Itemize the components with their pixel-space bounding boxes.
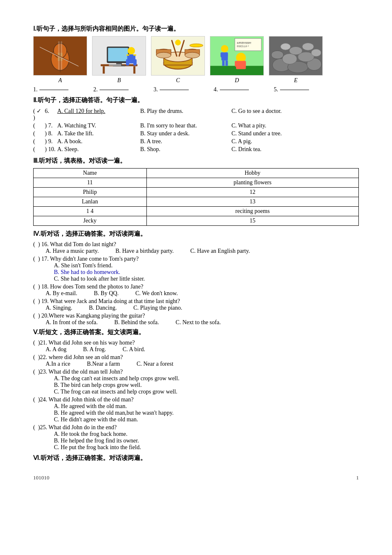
svg-point-63	[271, 51, 284, 59]
svg-point-65	[289, 46, 302, 55]
image-e: E	[269, 36, 323, 84]
q23-a: A. The dog can't eat insects and help cr…	[54, 375, 359, 382]
q25-b: B. He helped the frog find its owner.	[54, 438, 359, 444]
svg-rect-25	[133, 54, 136, 56]
image-c-label: C	[176, 77, 180, 84]
q19-b: B. Dancing.	[89, 305, 117, 311]
q17-options: A. She isn't Tom's friend. B. She had to…	[54, 262, 359, 282]
q20-line: ( ) 20.Where was Kangkang playing the gu…	[33, 313, 145, 319]
section-3: Ⅲ.听对话，填表格。对话读一遍。 Name Hobby 11 planting …	[33, 157, 359, 226]
section-2-title: Ⅱ.听句子，选择正确答语。句子读一遍。	[33, 96, 359, 104]
svg-rect-24	[127, 54, 129, 56]
hobby-14: reciting poems	[146, 207, 358, 216]
q23-options: A. The dog can't eat insects and help cr…	[54, 375, 359, 395]
svg-rect-56	[243, 61, 246, 67]
q24-c: C. He didn't agree with the old man.	[54, 416, 359, 423]
q20-c: C. Next to the sofa.	[175, 319, 221, 326]
q22-line: ( )22. where did John see an old man?	[33, 354, 123, 360]
q9-c: C. A pig.	[231, 138, 359, 145]
q19-options: A. Singing. B. Dancing. C. Playing the p…	[46, 305, 359, 311]
q21-c: C. A bird.	[122, 346, 145, 353]
hobby-jecky: 15	[146, 216, 358, 226]
q17-c: C. She had to look after her little sist…	[54, 276, 359, 282]
section-3-title: Ⅲ.听对话，填表格。对话读一遍。	[33, 157, 359, 165]
q10-a: A. Sleep.	[57, 146, 140, 153]
q9-b: B. A tree.	[140, 138, 231, 145]
images-row: A	[33, 36, 359, 84]
q25-a: A. He took the frog back home.	[54, 431, 359, 438]
q10-b: B. Shop.	[140, 146, 231, 153]
computer-image	[92, 36, 146, 76]
question-7: ( ) 7. A. Watching TV. B. I'm sorry to h…	[33, 122, 359, 129]
q20-options: A. In front of the sofa. B. Behind the s…	[46, 319, 359, 326]
violin-image	[33, 36, 87, 76]
people-image: 如果遇到危险时 应该怎么办？	[210, 36, 264, 76]
question-18: ( ) 18. How does Tom send the photos to …	[33, 284, 359, 297]
svg-rect-42	[235, 39, 261, 51]
q7-c: C. What a pity.	[231, 122, 359, 129]
q18-line: ( ) 18. How does Tom send the photos to …	[33, 284, 144, 290]
section-1-title: Ⅰ.听句子，选择与所听内容相同的图片。句子读一遍。	[33, 25, 359, 33]
q8-b: B. Stay under a desk.	[140, 130, 231, 137]
name-lanlan: Lanlan	[34, 197, 147, 207]
question-25: ( )25. What did John do in the end? A. H…	[33, 424, 359, 451]
rocks-image	[269, 36, 323, 76]
q25-c: C. He put the frog back into the field.	[54, 444, 359, 451]
q22-c: C. Near a forest	[136, 361, 173, 367]
svg-point-35	[185, 52, 200, 58]
blanks-row: 1. 2. 3. 4. 5.	[33, 86, 359, 93]
question-16: ( ) 16. What did Tom do last night? A. H…	[33, 241, 359, 254]
col-hobby: Hobby	[146, 169, 358, 178]
svg-rect-14	[133, 66, 135, 74]
q18-a: A. By e-mail.	[46, 290, 77, 297]
section-1: Ⅰ.听句子，选择与所听内容相同的图片。句子读一遍。	[33, 25, 359, 93]
name-11: 11	[34, 178, 147, 188]
question-17: ( ) 17. Why didn't Jane come to Tom's pa…	[33, 256, 359, 282]
q23-line: ( )23. What did the old man tell John?	[33, 369, 123, 375]
q6-c: C. Go to see a doctor.	[231, 108, 359, 115]
q18-options: A. By e-mail. B. By QQ. C. We don't know…	[46, 290, 359, 297]
q16-line: ( ) 16. What did Tom do last night?	[33, 241, 116, 247]
blank-1: 1.	[33, 86, 93, 93]
image-a: A	[33, 36, 87, 84]
drums-image	[151, 36, 205, 76]
q21-a: A. A dog	[46, 346, 66, 353]
q24-a: A. He agreed with the old man.	[54, 403, 359, 410]
blank-5: 5.	[274, 86, 334, 93]
section-6: Ⅵ.听对话，选择正确答案。对话读两遍。	[33, 454, 359, 462]
q16-options: A. Have a music party. B. Have a birthda…	[46, 248, 359, 254]
q10-num: ) 10.	[45, 146, 57, 153]
image-e-label: E	[294, 77, 298, 84]
hobby-lanlan: 13	[146, 197, 358, 207]
q10-c: C. Drink tea.	[231, 146, 359, 153]
svg-rect-13	[103, 66, 105, 74]
q6-paren: ( ✓ )	[33, 108, 45, 121]
svg-point-67	[302, 43, 314, 50]
svg-point-66	[281, 43, 291, 50]
q20-b: B. Behind the sofa.	[114, 319, 159, 326]
name-14: 1 4	[34, 207, 147, 216]
q23-b: B. The bird can help crops grow well.	[54, 382, 359, 389]
svg-text:应该怎么办？: 应该怎么办？	[237, 45, 249, 47]
section-5: Ⅴ.听短文，选择正确答案。短文读两遍。 ( )21. What did John…	[33, 328, 359, 451]
q22-b: B.Near a farm	[87, 361, 120, 367]
image-d-label: D	[235, 77, 239, 84]
svg-point-53	[241, 54, 245, 58]
q10-paren: (	[33, 146, 45, 153]
svg-point-64	[311, 49, 321, 56]
q6-num: 6.	[45, 108, 57, 115]
q19-a: A. Singing.	[46, 305, 72, 311]
q9-a: A. A book.	[57, 138, 140, 145]
question-22: ( )22. where did John see an old man? A.…	[33, 354, 359, 367]
table-header-row: Name Hobby	[34, 169, 359, 178]
svg-rect-22	[126, 59, 129, 66]
svg-point-39	[175, 40, 181, 46]
svg-point-61	[282, 54, 297, 64]
blank-4: 4.	[214, 86, 274, 93]
q19-c: C. Playing the piano.	[133, 305, 182, 311]
svg-point-36	[190, 44, 203, 47]
q16-b: B. Have a birthday party.	[115, 248, 174, 254]
name-jecky: Jecky	[34, 216, 147, 226]
question-24: ( )24. What did John think of the old ma…	[33, 396, 359, 423]
q21-options: A. A dog B. A frog. C. A bird.	[46, 346, 359, 353]
